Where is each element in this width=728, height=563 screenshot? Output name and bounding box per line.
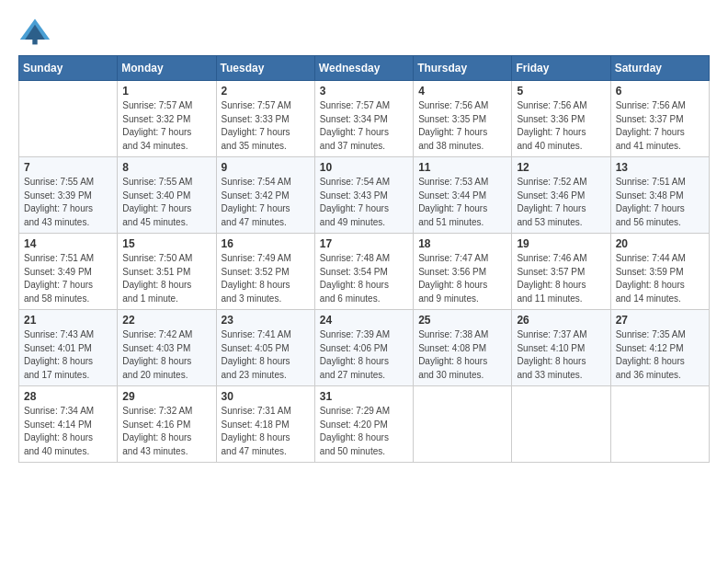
day-info: Sunrise: 7:37 AMSunset: 4:10 PMDaylight:…	[517, 328, 605, 382]
day-info: Sunrise: 7:51 AMSunset: 3:49 PMDaylight:…	[24, 252, 112, 305]
day-info: Sunrise: 7:55 AMSunset: 3:39 PMDaylight:…	[24, 176, 112, 229]
day-number: 19	[517, 237, 605, 250]
calendar-cell: 14Sunrise: 7:51 AMSunset: 3:49 PMDayligh…	[19, 234, 118, 310]
calendar-cell: 4Sunrise: 7:56 AMSunset: 3:35 PMDaylight…	[414, 81, 512, 157]
day-number: 15	[122, 237, 210, 250]
calendar-week-5: 28Sunrise: 7:34 AMSunset: 4:14 PMDayligh…	[19, 386, 710, 463]
calendar-cell: 21Sunrise: 7:43 AMSunset: 4:01 PMDayligh…	[19, 310, 118, 386]
day-info: Sunrise: 7:48 AMSunset: 3:54 PMDaylight:…	[320, 252, 408, 305]
day-info: Sunrise: 7:50 AMSunset: 3:51 PMDaylight:…	[122, 252, 210, 305]
header-wednesday: Wednesday	[314, 56, 413, 81]
day-info: Sunrise: 7:56 AMSunset: 3:37 PMDaylight:…	[616, 99, 704, 153]
logo-icon	[18, 15, 51, 48]
day-info: Sunrise: 7:56 AMSunset: 3:35 PMDaylight:…	[418, 99, 506, 153]
day-number: 13	[616, 161, 704, 174]
day-info: Sunrise: 7:38 AMSunset: 4:08 PMDaylight:…	[418, 328, 506, 382]
calendar-table: SundayMondayTuesdayWednesdayThursdayFrid…	[18, 55, 710, 463]
day-number: 30	[222, 390, 310, 403]
calendar-cell: 23Sunrise: 7:41 AMSunset: 4:05 PMDayligh…	[216, 310, 314, 386]
day-number: 18	[418, 237, 506, 250]
day-info: Sunrise: 7:56 AMSunset: 3:36 PMDaylight:…	[517, 99, 605, 153]
day-info: Sunrise: 7:52 AMSunset: 3:46 PMDaylight:…	[517, 176, 605, 229]
calendar-cell: 24Sunrise: 7:39 AMSunset: 4:06 PMDayligh…	[314, 310, 413, 386]
calendar-cell: 17Sunrise: 7:48 AMSunset: 3:54 PMDayligh…	[314, 234, 413, 310]
day-info: Sunrise: 7:31 AMSunset: 4:18 PMDaylight:…	[222, 405, 310, 458]
day-number: 4	[418, 85, 506, 98]
day-number: 25	[418, 314, 506, 327]
calendar-header-row: SundayMondayTuesdayWednesdayThursdayFrid…	[19, 56, 710, 81]
day-info: Sunrise: 7:57 AMSunset: 3:34 PMDaylight:…	[320, 99, 408, 153]
day-info: Sunrise: 7:29 AMSunset: 4:20 PMDaylight:…	[320, 405, 408, 458]
calendar-cell: 18Sunrise: 7:47 AMSunset: 3:56 PMDayligh…	[414, 234, 512, 310]
calendar-cell: 29Sunrise: 7:32 AMSunset: 4:16 PMDayligh…	[118, 386, 216, 463]
calendar-cell: 20Sunrise: 7:44 AMSunset: 3:59 PMDayligh…	[610, 234, 709, 310]
day-number: 23	[222, 314, 310, 327]
day-number: 26	[517, 314, 605, 327]
calendar-cell: 31Sunrise: 7:29 AMSunset: 4:20 PMDayligh…	[314, 386, 413, 463]
header-thursday: Thursday	[414, 56, 512, 81]
day-info: Sunrise: 7:57 AMSunset: 3:32 PMDaylight:…	[122, 99, 210, 153]
day-number: 3	[320, 85, 408, 98]
calendar-week-2: 7Sunrise: 7:55 AMSunset: 3:39 PMDaylight…	[19, 157, 710, 234]
calendar-cell: 6Sunrise: 7:56 AMSunset: 3:37 PMDaylight…	[610, 81, 709, 157]
day-info: Sunrise: 7:54 AMSunset: 3:42 PMDaylight:…	[222, 176, 310, 229]
calendar-week-1: 1Sunrise: 7:57 AMSunset: 3:32 PMDaylight…	[19, 81, 710, 157]
day-number: 27	[616, 314, 704, 327]
calendar-cell: 3Sunrise: 7:57 AMSunset: 3:34 PMDaylight…	[314, 81, 413, 157]
calendar-cell: 15Sunrise: 7:50 AMSunset: 3:51 PMDayligh…	[118, 234, 216, 310]
day-number: 24	[320, 314, 408, 327]
day-info: Sunrise: 7:51 AMSunset: 3:48 PMDaylight:…	[616, 176, 704, 229]
calendar-cell: 13Sunrise: 7:51 AMSunset: 3:48 PMDayligh…	[610, 157, 709, 234]
calendar-cell	[19, 81, 118, 157]
calendar-cell	[512, 386, 610, 463]
calendar-cell: 5Sunrise: 7:56 AMSunset: 3:36 PMDaylight…	[512, 81, 610, 157]
day-info: Sunrise: 7:39 AMSunset: 4:06 PMDaylight:…	[320, 328, 408, 382]
calendar-cell	[414, 386, 512, 463]
day-info: Sunrise: 7:32 AMSunset: 4:16 PMDaylight:…	[122, 405, 210, 458]
calendar-cell: 2Sunrise: 7:57 AMSunset: 3:33 PMDaylight…	[216, 81, 314, 157]
calendar-cell: 28Sunrise: 7:34 AMSunset: 4:14 PMDayligh…	[19, 386, 118, 463]
day-number: 14	[24, 237, 112, 250]
day-number: 5	[517, 85, 605, 98]
logo	[18, 15, 57, 48]
day-number: 6	[616, 85, 704, 98]
calendar-cell: 25Sunrise: 7:38 AMSunset: 4:08 PMDayligh…	[414, 310, 512, 386]
header-tuesday: Tuesday	[216, 56, 314, 81]
day-info: Sunrise: 7:55 AMSunset: 3:40 PMDaylight:…	[122, 176, 210, 229]
day-number: 7	[24, 161, 112, 174]
day-number: 9	[222, 161, 310, 174]
calendar-week-4: 21Sunrise: 7:43 AMSunset: 4:01 PMDayligh…	[19, 310, 710, 386]
day-number: 12	[517, 161, 605, 174]
day-number: 8	[122, 161, 210, 174]
day-info: Sunrise: 7:53 AMSunset: 3:44 PMDaylight:…	[418, 176, 506, 229]
calendar-cell: 11Sunrise: 7:53 AMSunset: 3:44 PMDayligh…	[414, 157, 512, 234]
page-header	[18, 15, 710, 48]
day-info: Sunrise: 7:35 AMSunset: 4:12 PMDaylight:…	[616, 328, 704, 382]
day-number: 16	[222, 237, 310, 250]
day-number: 17	[320, 237, 408, 250]
calendar-cell: 10Sunrise: 7:54 AMSunset: 3:43 PMDayligh…	[314, 157, 413, 234]
day-number: 11	[418, 161, 506, 174]
calendar-cell: 1Sunrise: 7:57 AMSunset: 3:32 PMDaylight…	[118, 81, 216, 157]
calendar-cell: 30Sunrise: 7:31 AMSunset: 4:18 PMDayligh…	[216, 386, 314, 463]
day-number: 22	[122, 314, 210, 327]
day-info: Sunrise: 7:49 AMSunset: 3:52 PMDaylight:…	[222, 252, 310, 305]
calendar-cell: 19Sunrise: 7:46 AMSunset: 3:57 PMDayligh…	[512, 234, 610, 310]
day-info: Sunrise: 7:41 AMSunset: 4:05 PMDaylight:…	[222, 328, 310, 382]
day-info: Sunrise: 7:47 AMSunset: 3:56 PMDaylight:…	[418, 252, 506, 305]
header-sunday: Sunday	[19, 56, 118, 81]
day-info: Sunrise: 7:57 AMSunset: 3:33 PMDaylight:…	[222, 99, 310, 153]
calendar-cell: 9Sunrise: 7:54 AMSunset: 3:42 PMDaylight…	[216, 157, 314, 234]
day-info: Sunrise: 7:54 AMSunset: 3:43 PMDaylight:…	[320, 176, 408, 229]
calendar-cell: 12Sunrise: 7:52 AMSunset: 3:46 PMDayligh…	[512, 157, 610, 234]
calendar-week-3: 14Sunrise: 7:51 AMSunset: 3:49 PMDayligh…	[19, 234, 710, 310]
day-number: 29	[122, 390, 210, 403]
day-info: Sunrise: 7:46 AMSunset: 3:57 PMDaylight:…	[517, 252, 605, 305]
header-monday: Monday	[118, 56, 216, 81]
calendar-cell: 16Sunrise: 7:49 AMSunset: 3:52 PMDayligh…	[216, 234, 314, 310]
day-number: 1	[122, 85, 210, 98]
day-info: Sunrise: 7:43 AMSunset: 4:01 PMDaylight:…	[24, 328, 112, 382]
calendar-cell	[610, 386, 709, 463]
day-number: 28	[24, 390, 112, 403]
day-number: 20	[616, 237, 704, 250]
